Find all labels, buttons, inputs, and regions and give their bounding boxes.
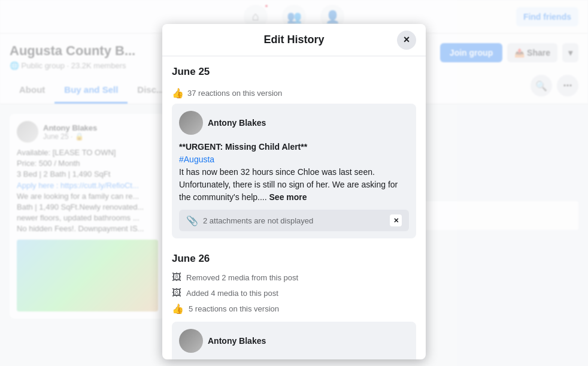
modal-body[interactable]: June 25 👍 37 reactions on this version A…	[162, 56, 426, 359]
media-icon-0: 🖼	[172, 272, 181, 283]
reactions-row-june25: 👍 37 reactions on this version	[172, 83, 416, 104]
see-more-button[interactable]: See more	[269, 192, 307, 202]
reaction-count: 37 reactions on this version	[187, 89, 282, 98]
version-author-june26: Antony Blakes	[179, 329, 409, 353]
date-label-june25: June 25	[172, 66, 416, 78]
modal-overlay: Edit History × June 25 👍 37 reactions on…	[0, 0, 588, 366]
version-name-june26: Antony Blakes	[208, 336, 266, 346]
urgent-text: **URGENT: Missing Child Alert**	[179, 142, 307, 152]
reaction-icon-2: 👍	[172, 303, 184, 314]
change-item-2: 👍 5 reactions on this version	[172, 301, 416, 317]
date-section-june25: June 25	[172, 56, 416, 83]
version-card-june26: Antony Blakes Available: [LEASE TO OWN]	[172, 322, 416, 359]
hashtag-link[interactable]: #Augusta	[179, 155, 214, 164]
modal-header: Edit History ×	[162, 24, 426, 56]
change-item-1: 🖼 Added 4 media to this post	[172, 285, 416, 301]
change-text-0: Removed 2 media from this post	[186, 273, 298, 282]
modal-title: Edit History	[263, 34, 324, 46]
edit-history-modal: Edit History × June 25 👍 37 reactions on…	[162, 24, 426, 359]
version-avatar-june26	[179, 329, 203, 353]
change-text-1: Added 4 media to this post	[186, 289, 278, 298]
version-name: Antony Blakes	[208, 118, 266, 128]
change-text-2: 5 reactions on this version	[189, 304, 279, 313]
change-item-0: 🖼 Removed 2 media from this post	[172, 270, 416, 285]
attachments-bar: 📎 2 attachments are not displayed ✕	[179, 210, 409, 231]
version-card-june25: Antony Blakes **URGENT: Missing Child Al…	[172, 104, 416, 238]
date-section-june26: June 26	[172, 243, 416, 270]
close-button[interactable]: ×	[397, 31, 416, 50]
thumbs-up-icon: 👍	[172, 87, 184, 99]
date-label-june26: June 26	[172, 253, 416, 265]
version-author: Antony Blakes	[179, 111, 409, 135]
attachments-label: 2 attachments are not displayed	[203, 216, 313, 225]
attachment-icon: 📎	[186, 215, 198, 226]
version-text-june26: Available: [LEASE TO OWN]	[179, 359, 409, 359]
attachment-close-icon[interactable]: ✕	[390, 214, 402, 226]
version-avatar	[179, 111, 203, 135]
media-icon-1: 🖼	[172, 288, 181, 298]
version-text: **URGENT: Missing Child Alert** #Augusta…	[179, 141, 409, 204]
changes-list: 🖼 Removed 2 media from this post 🖼 Added…	[172, 270, 416, 317]
